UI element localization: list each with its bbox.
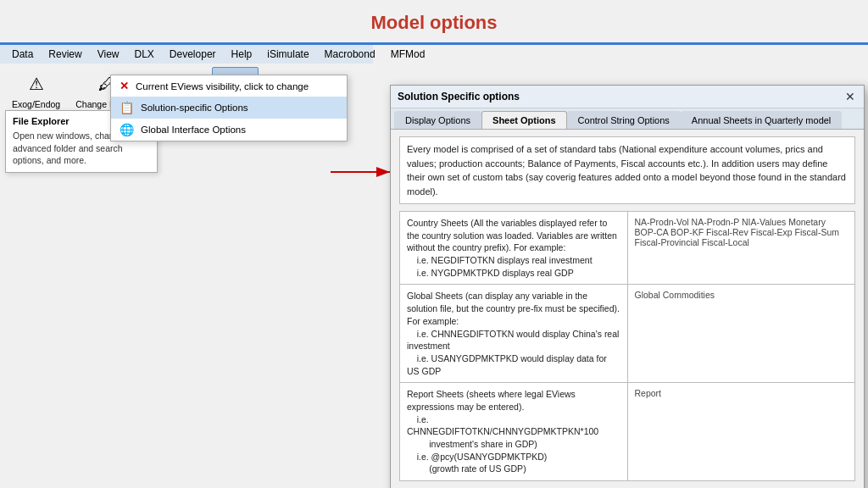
current-eviews-label: Current EViews visibility, click to chan… bbox=[136, 81, 309, 92]
exog-icon: ⚠ bbox=[23, 70, 50, 97]
report-sheets-desc: Report Sheets (sheets where legal EViews… bbox=[400, 383, 627, 480]
global-sheets-desc: Global Sheets (can display any variable … bbox=[400, 285, 627, 382]
sheet-grid: Country Sheets (All the variables displa… bbox=[399, 211, 855, 481]
x-icon: ✕ bbox=[120, 80, 129, 92]
country-sheets-desc: Country Sheets (All the variables displa… bbox=[400, 212, 627, 284]
tab-control-string[interactable]: Control String Options bbox=[567, 111, 681, 129]
menu-review[interactable]: Review bbox=[42, 47, 88, 62]
current-eviews-item[interactable]: ✕ Current EViews visibility, click to ch… bbox=[111, 75, 347, 97]
solution-specific-dialog: Solution Specific options ✕ Display Opti… bbox=[390, 85, 865, 488]
country-sheets-value[interactable]: NA-Prodn-Vol NA-Prodn-P NIA-Values Monet… bbox=[628, 212, 855, 284]
dialog-tabs: Display Options Sheet Options Control St… bbox=[391, 108, 864, 130]
solution-specific-item[interactable]: 📋 Solution-specific Options bbox=[111, 97, 347, 119]
global-sheets-value[interactable]: Global Commodities bbox=[628, 285, 855, 382]
info-text-box: Every model is comprised of a set of sta… bbox=[399, 136, 855, 204]
tab-annual-sheets[interactable]: Annual Sheets in Quarterly model bbox=[681, 111, 842, 129]
solution-icon: 📋 bbox=[120, 101, 134, 114]
tab-display-options[interactable]: Display Options bbox=[394, 111, 481, 129]
solution-specific-label: Solution-specific Options bbox=[141, 103, 248, 113]
dialog-titlebar: Solution Specific options ✕ bbox=[391, 86, 864, 108]
dialog-title: Solution Specific options bbox=[398, 91, 520, 103]
menu-macrobond[interactable]: Macrobond bbox=[318, 47, 382, 62]
dialog-close-button[interactable]: ✕ bbox=[843, 90, 857, 103]
page-title: Model options bbox=[0, 0, 868, 42]
dialog-content: Every model is comprised of a set of sta… bbox=[391, 130, 864, 488]
global-interface-label: Global Interface Options bbox=[141, 125, 246, 135]
menu-bar: Data Review View DLX Developer Help iSim… bbox=[0, 45, 373, 64]
menu-mfmod[interactable]: MFMod bbox=[384, 47, 432, 62]
menu-help[interactable]: Help bbox=[225, 47, 259, 62]
report-sheets-value[interactable]: Report bbox=[628, 383, 855, 480]
options-dropdown: ✕ Current EViews visibility, click to ch… bbox=[110, 75, 348, 141]
menu-developer[interactable]: Developer bbox=[163, 47, 223, 62]
menu-isimulate[interactable]: iSimulate bbox=[260, 47, 315, 62]
menu-view[interactable]: View bbox=[91, 47, 126, 62]
tab-sheet-options[interactable]: Sheet Options bbox=[481, 111, 567, 129]
arrow-connector bbox=[331, 159, 398, 185]
global-interface-item[interactable]: 🌐 Global Interface Options bbox=[111, 119, 347, 141]
menu-data[interactable]: Data bbox=[5, 47, 40, 62]
global-icon: 🌐 bbox=[120, 123, 134, 136]
menu-dlx[interactable]: DLX bbox=[128, 47, 161, 62]
